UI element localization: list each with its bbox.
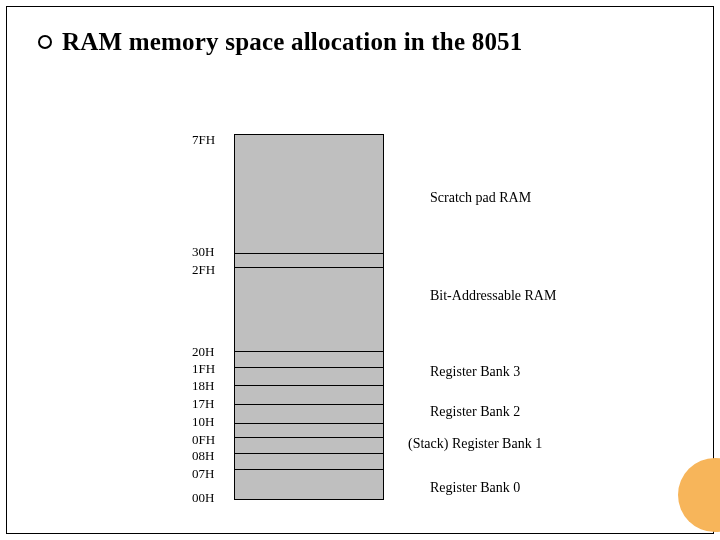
sep-08H xyxy=(235,453,383,454)
region-bank1: (Stack) Register Bank 1 xyxy=(408,436,542,452)
addr-7FH: 7FH xyxy=(192,132,230,148)
addr-07H: 07H xyxy=(192,466,230,482)
addr-18H: 18H xyxy=(192,378,230,394)
sep-0FH xyxy=(235,437,383,438)
bullet-icon xyxy=(38,35,52,49)
addr-00H: 00H xyxy=(192,490,230,506)
region-bank2: Register Bank 2 xyxy=(430,404,520,420)
addr-10H: 10H xyxy=(192,414,230,430)
sep-18H xyxy=(235,385,383,386)
sep-17H xyxy=(235,404,383,405)
region-bank3: Register Bank 3 xyxy=(430,364,520,380)
sep-10H xyxy=(235,423,383,424)
addr-30H: 30H xyxy=(192,244,230,260)
region-bank0: Register Bank 0 xyxy=(430,480,520,496)
region-bitaddr: Bit-Addressable RAM xyxy=(430,288,556,304)
addr-1FH: 1FH xyxy=(192,361,230,377)
addr-20H: 20H xyxy=(192,344,230,360)
ram-block xyxy=(234,134,384,500)
addr-08H: 08H xyxy=(192,448,230,464)
region-scratch: Scratch pad RAM xyxy=(430,190,531,206)
sep-30H xyxy=(235,253,383,254)
addr-17H: 17H xyxy=(192,396,230,412)
addr-0FH: 0FH xyxy=(192,432,230,448)
addr-2FH: 2FH xyxy=(192,262,230,278)
slide-title: RAM memory space allocation in the 8051 xyxy=(62,28,523,56)
title-row: RAM memory space allocation in the 8051 xyxy=(38,28,523,56)
sep-2FH xyxy=(235,267,383,268)
sep-07H xyxy=(235,469,383,470)
sep-1FH xyxy=(235,367,383,368)
sep-20H xyxy=(235,351,383,352)
slide: RAM memory space allocation in the 8051 … xyxy=(0,0,720,540)
